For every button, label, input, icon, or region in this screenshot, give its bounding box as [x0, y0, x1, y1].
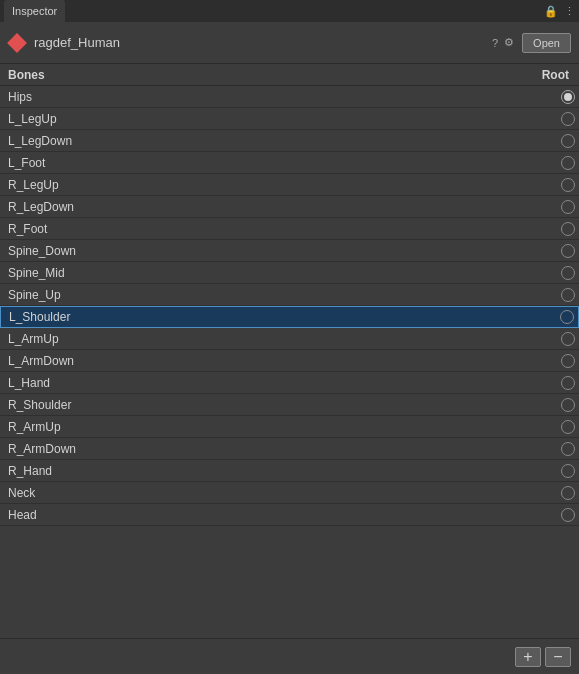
asset-type-icon — [8, 34, 26, 52]
root-radio[interactable] — [561, 112, 575, 126]
bone-row[interactable]: R_Hand — [0, 460, 579, 482]
bone-name: R_ArmUp — [8, 420, 561, 434]
bone-row[interactable]: Spine_Down — [0, 240, 579, 262]
bone-name: Spine_Up — [8, 288, 561, 302]
root-radio[interactable] — [560, 310, 574, 324]
help-icon[interactable]: ? — [492, 37, 498, 49]
open-button[interactable]: Open — [522, 33, 571, 53]
bone-name: R_Shoulder — [8, 398, 561, 412]
tab-bar: Inspector 🔒 ⋮ — [0, 0, 579, 22]
bone-row[interactable]: Hips — [0, 86, 579, 108]
lock-icon[interactable]: 🔒 — [544, 5, 558, 18]
tab-bar-right: 🔒 ⋮ — [544, 5, 575, 18]
bone-name: Spine_Down — [8, 244, 561, 258]
bones-list[interactable]: HipsL_LegUpL_LegDownL_FootR_LegUpR_LegDo… — [0, 86, 579, 638]
root-radio[interactable] — [561, 332, 575, 346]
inspector-tab[interactable]: Inspector — [4, 0, 65, 22]
bone-name: R_Foot — [8, 222, 561, 236]
root-radio[interactable] — [561, 442, 575, 456]
bone-name: R_ArmDown — [8, 442, 561, 456]
bone-row[interactable]: R_ArmDown — [0, 438, 579, 460]
settings-icon[interactable]: ⚙ — [504, 36, 514, 49]
bone-row[interactable]: L_Hand — [0, 372, 579, 394]
bone-name: L_LegDown — [8, 134, 561, 148]
bone-row[interactable]: R_Foot — [0, 218, 579, 240]
root-header-label: Root — [542, 68, 569, 82]
bones-header: Bones Root — [0, 64, 579, 86]
remove-bone-button[interactable]: − — [545, 647, 571, 667]
bone-row[interactable]: L_LegDown — [0, 130, 579, 152]
menu-icon[interactable]: ⋮ — [564, 5, 575, 18]
diamond-shape — [7, 33, 27, 53]
header-right: ? ⚙ Open — [492, 33, 571, 53]
bone-row[interactable]: L_ArmUp — [0, 328, 579, 350]
root-radio[interactable] — [561, 398, 575, 412]
bone-name: L_Hand — [8, 376, 561, 390]
root-radio[interactable] — [561, 420, 575, 434]
root-radio[interactable] — [561, 222, 575, 236]
bone-row[interactable]: R_Shoulder — [0, 394, 579, 416]
header-icons: ? ⚙ — [492, 36, 514, 49]
bone-row[interactable]: Neck — [0, 482, 579, 504]
bone-name: Hips — [8, 90, 561, 104]
header: ragdef_Human ? ⚙ Open — [0, 22, 579, 64]
bone-row[interactable]: R_LegUp — [0, 174, 579, 196]
add-bone-button[interactable]: + — [515, 647, 541, 667]
root-radio[interactable] — [561, 354, 575, 368]
root-radio[interactable] — [561, 134, 575, 148]
tab-bar-left: Inspector — [4, 0, 65, 22]
bone-name: L_Shoulder — [9, 310, 560, 324]
root-radio[interactable] — [561, 464, 575, 478]
bone-row[interactable]: L_Foot — [0, 152, 579, 174]
bone-name: R_LegUp — [8, 178, 561, 192]
root-radio[interactable] — [561, 90, 575, 104]
inspector-tab-label: Inspector — [12, 5, 57, 17]
root-radio[interactable] — [561, 266, 575, 280]
bone-name: L_Foot — [8, 156, 561, 170]
footer: + − — [0, 638, 579, 674]
bone-name: L_ArmUp — [8, 332, 561, 346]
bone-row[interactable]: R_ArmUp — [0, 416, 579, 438]
bone-name: L_ArmDown — [8, 354, 561, 368]
root-radio[interactable] — [561, 508, 575, 522]
bone-row[interactable]: Head — [0, 504, 579, 526]
root-radio[interactable] — [561, 200, 575, 214]
root-radio[interactable] — [561, 244, 575, 258]
bone-name: Head — [8, 508, 561, 522]
bone-name: R_LegDown — [8, 200, 561, 214]
bone-row[interactable]: Spine_Mid — [0, 262, 579, 284]
root-radio[interactable] — [561, 288, 575, 302]
root-radio[interactable] — [561, 156, 575, 170]
root-radio[interactable] — [561, 486, 575, 500]
bone-row[interactable]: L_ArmDown — [0, 350, 579, 372]
bone-name: R_Hand — [8, 464, 561, 478]
bone-row[interactable]: R_LegDown — [0, 196, 579, 218]
bone-row[interactable]: L_Shoulder — [0, 306, 579, 328]
bone-name: Spine_Mid — [8, 266, 561, 280]
bone-row[interactable]: L_LegUp — [0, 108, 579, 130]
root-radio[interactable] — [561, 376, 575, 390]
bone-name: Neck — [8, 486, 561, 500]
bone-name: L_LegUp — [8, 112, 561, 126]
header-left: ragdef_Human — [8, 34, 120, 52]
bones-header-label: Bones — [8, 68, 45, 82]
asset-name: ragdef_Human — [34, 35, 120, 50]
bone-row[interactable]: Spine_Up — [0, 284, 579, 306]
root-radio[interactable] — [561, 178, 575, 192]
